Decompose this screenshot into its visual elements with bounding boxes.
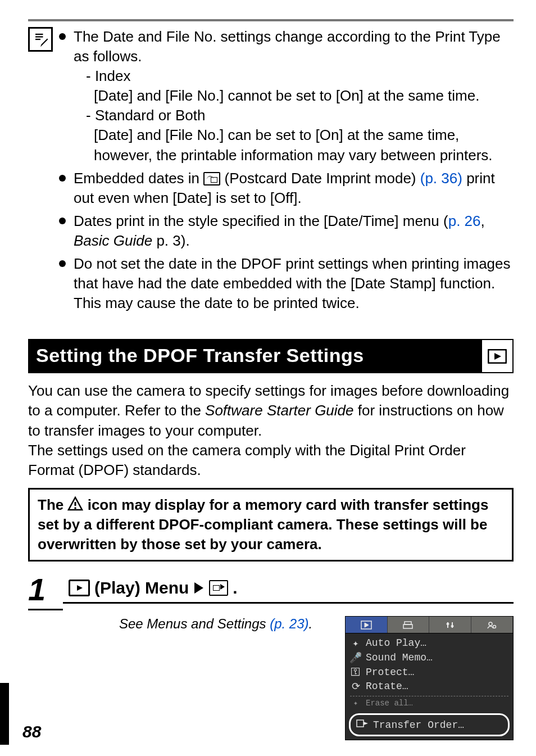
page-ref-link[interactable]: p. 26 xyxy=(448,212,481,229)
lcd-tab-play xyxy=(346,617,388,633)
lcd-menu-item-faded: ✦Erase all… xyxy=(350,696,508,709)
svg-point-20 xyxy=(489,622,492,626)
transfer-icon xyxy=(356,718,369,731)
step-number: 1 xyxy=(28,574,63,605)
lcd-tab-print xyxy=(388,617,430,633)
playback-mode-icon xyxy=(482,339,514,373)
step-heading: (Play) Menu . xyxy=(63,574,514,604)
lcd-tab-mycamera xyxy=(471,617,514,633)
lcd-menu-item-highlighted: Transfer Order… xyxy=(349,713,510,736)
lcd-screenshot: ✦Auto Play… 🎤Sound Memo… ⚿Protect… ⟳Rota… xyxy=(345,616,514,740)
svg-point-19 xyxy=(451,625,453,627)
svg-point-9 xyxy=(75,507,77,509)
step-subtext: See Menus and Settings (p. 23). xyxy=(63,616,312,632)
note-subitem: - Standard or Both [Date] and [File No.]… xyxy=(94,106,514,165)
warning-box: The icon may display for a memory card w… xyxy=(28,488,514,562)
svg-marker-13 xyxy=(365,623,369,627)
page-number: 88 xyxy=(22,722,41,741)
caution-icon xyxy=(67,496,83,512)
page-ref-link[interactable]: (p. 23) xyxy=(270,616,308,631)
svg-point-21 xyxy=(493,625,496,628)
memo-icon xyxy=(28,27,53,52)
intro-paragraph: You can use the camera to specify settin… xyxy=(28,381,514,479)
right-arrow-icon xyxy=(194,582,203,594)
svg-point-18 xyxy=(447,623,449,625)
mic-icon: 🎤 xyxy=(350,651,361,664)
postcard-icon xyxy=(203,172,220,185)
lcd-menu-item: ⟳Rotate… xyxy=(350,679,508,694)
page-ref-link[interactable]: (p. 36) xyxy=(420,170,462,187)
lcd-menu-item: ⚿Protect… xyxy=(350,665,508,679)
note-subitem: - Index [Date] and [File No.] cannot be … xyxy=(94,66,514,106)
svg-rect-22 xyxy=(357,720,364,727)
svg-marker-6 xyxy=(494,353,501,360)
key-icon: ⚿ xyxy=(350,666,361,678)
svg-rect-15 xyxy=(403,624,412,628)
autoplay-icon: ✦ xyxy=(350,637,361,649)
transfer-order-icon xyxy=(209,580,228,596)
note-text: Dates print in the style specified in th… xyxy=(59,211,514,251)
svg-marker-11 xyxy=(77,585,83,591)
thumb-tab xyxy=(0,683,9,745)
lcd-menu-item: ✦Auto Play… xyxy=(350,636,508,650)
svg-marker-23 xyxy=(364,722,368,725)
rotate-icon: ⟳ xyxy=(350,680,361,692)
svg-marker-4 xyxy=(40,39,48,47)
note-text: The Date and File No. settings change ac… xyxy=(74,28,501,65)
lcd-tab-tools xyxy=(429,617,471,633)
play-menu-icon xyxy=(69,580,90,596)
note-text: Do not set the date in the DPOF print se… xyxy=(59,254,514,313)
section-heading: Setting the DPOF Transfer Settings xyxy=(28,339,482,373)
note-text: Embedded dates in (Postcard Date Imprint… xyxy=(59,169,514,208)
lcd-menu-item: 🎤Sound Memo… xyxy=(350,650,508,665)
